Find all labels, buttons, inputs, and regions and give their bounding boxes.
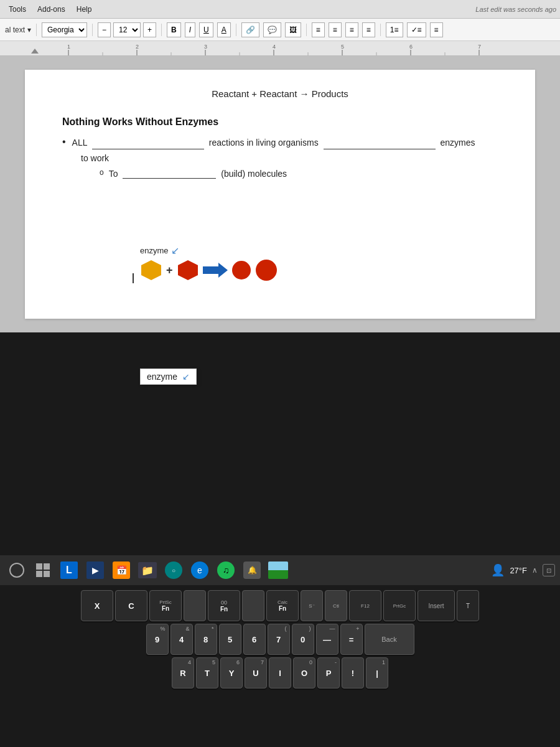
formula-text: Reactant + Reactant → Products (62, 88, 498, 99)
menu-help[interactable]: Help (72, 4, 97, 15)
key-prtsc[interactable]: PrtSc Fn (149, 590, 182, 621)
font-family-select[interactable]: Georgia (42, 22, 87, 37)
ruler: 1 2 3 4 5 6 7 (0, 41, 560, 56)
taskbar-notification-button[interactable]: 🔔 (240, 558, 264, 582)
taskbar-edge-button[interactable]: e (188, 558, 212, 582)
menu-addons[interactable]: Add-ons (32, 4, 70, 15)
key-prtsc-label: Fn (162, 605, 169, 612)
key-o[interactable]: 0 O (293, 657, 315, 688)
taskbar-media-button[interactable]: ▶ (83, 558, 107, 582)
taskbar-calendar-button[interactable]: 📅 (110, 558, 133, 582)
key-r[interactable]: 4 R (172, 657, 194, 688)
key-star[interactable]: * 8 (195, 624, 217, 655)
last-edit-label: Last edit was seconds ago (475, 6, 556, 13)
bullet-item-1: • ALL reactions in living organisms enzy… (62, 135, 498, 149)
key-p-label: P (326, 669, 332, 678)
font-size-increase[interactable]: + (143, 22, 156, 37)
key-open-paren[interactable]: ( 7 (268, 624, 290, 655)
section-title: Nothing Works Without Enzymes (62, 116, 498, 128)
menu-tools[interactable]: Tools (4, 4, 31, 15)
italic-button[interactable]: I (185, 22, 195, 37)
key-x[interactable]: X (81, 590, 113, 621)
key-i[interactable]: I (269, 657, 291, 688)
underline-button[interactable]: U (199, 22, 213, 37)
key-open-paren-top: ( (285, 626, 287, 632)
key-blank3[interactable]: S⁻ (301, 590, 323, 621)
key-star-top: * (212, 626, 214, 632)
link-button[interactable]: 🔗 (241, 22, 259, 37)
key-f12[interactable]: F12 (349, 590, 381, 621)
more-options-button[interactable]: ≡ (430, 22, 443, 37)
font-size-decrease[interactable]: − (98, 22, 111, 37)
bullet-1-reactions: reactions in living organisms (209, 138, 319, 148)
align-right-button[interactable]: ≡ (345, 22, 358, 37)
autocomplete-popup[interactable]: enzyme ↙ (140, 369, 197, 385)
taskbar-blue-l-button[interactable]: L (57, 558, 81, 582)
taskbar-browser-button[interactable]: ○ (162, 558, 185, 582)
key-calc[interactable]: Calc Fn (266, 590, 299, 621)
autocomplete-arrow: ↙ (182, 372, 190, 382)
enzyme-diagram-label: enzyme ↙ (140, 245, 278, 256)
key-insert[interactable]: Insert (418, 590, 455, 621)
menu-bar: Tools Add-ons Help Last edit was seconds… (0, 0, 560, 19)
fileexplorer-icon (36, 563, 50, 577)
key-y[interactable]: 6 Y (220, 657, 243, 688)
svg-text:2: 2 (136, 44, 139, 50)
comment-button[interactable]: 💬 (263, 22, 281, 37)
font-size-group: − 12 + (98, 22, 156, 37)
notification-icon: 🔔 (243, 561, 261, 579)
key-9[interactable]: % 9 (146, 624, 169, 655)
taskbar-folder-button[interactable]: 📁 (136, 558, 159, 582)
key-c-label: C (128, 601, 134, 611)
key-5[interactable]: 5 (219, 624, 241, 655)
display-settings-icon: ⊡ (543, 564, 555, 576)
key-6-label: 6 (252, 635, 256, 644)
image-button[interactable]: 🖼 (285, 22, 301, 37)
align-center-button[interactable]: ≡ (329, 22, 342, 37)
key-p[interactable]: - P (317, 657, 340, 688)
key-o-label: O (301, 669, 307, 678)
to-work-text: to work (81, 153, 109, 163)
calendar-icon: 📅 (113, 561, 130, 579)
taskbar-landscape-button[interactable] (266, 558, 290, 582)
align-justify-button[interactable]: ≡ (362, 22, 375, 37)
key-blank2[interactable] (242, 590, 264, 621)
taskbar-search-button[interactable] (5, 558, 29, 582)
align-left-button[interactable]: ≡ (312, 22, 325, 37)
key-u[interactable]: 7 U (245, 657, 267, 688)
key-t-label: T (205, 669, 210, 678)
keyboard-area: X C PrtSc Fn 00 Fn Calc Fn S⁻ Ctl F1 (0, 585, 560, 747)
svg-text:4: 4 (273, 44, 276, 50)
taskbar-fileexplorer-button[interactable] (31, 558, 55, 582)
key-blank1[interactable] (184, 590, 206, 621)
folder-glyph: 📁 (141, 565, 154, 576)
sub-bullet-text: To (build) molecules (109, 168, 287, 179)
key-r-top: 4 (188, 659, 191, 665)
key-minus[interactable]: — — (316, 624, 338, 655)
key-exclaim[interactable]: ! (342, 657, 364, 688)
key-pipe[interactable]: 1 | (366, 657, 388, 688)
key-prtgc[interactable]: PrtGc (383, 590, 416, 621)
key-c[interactable]: C (115, 590, 147, 621)
key-u-label: U (253, 669, 258, 678)
blue-l-icon: L (60, 561, 78, 579)
font-size-select[interactable]: 12 (113, 22, 141, 37)
key-T[interactable]: T (457, 590, 479, 621)
key-t[interactable]: 5 T (196, 657, 218, 688)
build-molecules-text: (build) molecules (221, 169, 287, 179)
key-amp[interactable]: & 4 (170, 624, 193, 655)
key-close-paren[interactable]: ) 0 (292, 624, 314, 655)
taskbar-music-button[interactable]: ♫ (214, 558, 238, 582)
key-00[interactable]: 00 Fn (208, 590, 240, 621)
key-amp-top: & (185, 626, 189, 632)
key-pipe-label: | (376, 669, 378, 678)
key-ctl[interactable]: Ctl (325, 590, 347, 621)
strikethrough-button[interactable]: A (217, 22, 231, 37)
key-backspace[interactable]: Back (365, 624, 414, 655)
checklist-button[interactable]: ✓≡ (407, 22, 426, 37)
bold-button[interactable]: B (167, 22, 181, 37)
music-icon: ♫ (217, 561, 235, 579)
key-6[interactable]: 6 (243, 624, 266, 655)
line-spacing-button[interactable]: 1≡ (386, 22, 403, 37)
key-equals[interactable]: + = (340, 624, 363, 655)
